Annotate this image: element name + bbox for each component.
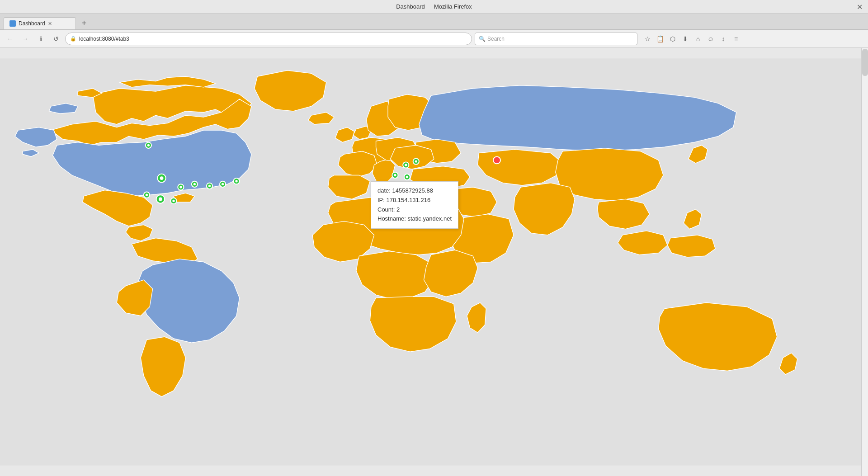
tooltip-date-label: date:	[377, 187, 391, 194]
lock-icon: 🔒	[70, 36, 76, 42]
address-bar[interactable]: 🔒 localhost:8080/#tab3	[65, 33, 472, 45]
svg-point-5	[222, 183, 224, 185]
tooltip-ip-row: IP: 178.154.131.216	[377, 196, 452, 205]
map-tooltip: date: 1455872925.88 IP: 178.154.131.216 …	[371, 181, 458, 229]
svg-point-6	[235, 180, 237, 182]
browser-tab[interactable]: Dashboard ✕	[4, 17, 76, 29]
browser-title: Dashboard — Mozilla Firefox	[396, 3, 472, 10]
info-button[interactable]: ℹ	[34, 33, 47, 45]
tab-label: Dashboard	[19, 20, 45, 27]
svg-point-10	[147, 144, 150, 146]
tab-close-button[interactable]: ✕	[48, 21, 52, 27]
tooltip-hostname-row: Hostname: static.yandex.net	[377, 214, 452, 224]
bookmark-icon[interactable]: 📋	[655, 33, 665, 44]
forward-button[interactable]: →	[19, 33, 32, 45]
tooltip-date-row: date: 1455872925.88	[377, 186, 452, 196]
home-icon[interactable]: ⌂	[693, 33, 703, 44]
toolbar-icons: ☆ 📋 ⬡ ⬇ ⌂ ☺ ↕ ≡	[642, 33, 741, 44]
download-icon[interactable]: ⬇	[680, 33, 691, 44]
svg-point-1	[160, 176, 164, 180]
back-button[interactable]: ←	[4, 33, 16, 45]
world-map	[0, 48, 868, 476]
search-placeholder: Search	[487, 36, 505, 42]
svg-point-4	[208, 185, 211, 187]
tab-bar: Dashboard ✕ +	[0, 14, 868, 30]
title-bar: Dashboard — Mozilla Firefox ✕	[0, 0, 868, 14]
menu-icon[interactable]: ≡	[731, 33, 741, 44]
svg-point-2	[179, 186, 182, 188]
tooltip-count-row: Count: 2	[377, 205, 452, 215]
svg-point-14	[406, 176, 408, 178]
star-icon[interactable]: ☆	[642, 33, 653, 44]
nav-bar: ← → ℹ ↺ 🔒 localhost:8080/#tab3 🔍 Search …	[0, 30, 868, 48]
svg-point-11	[405, 164, 407, 166]
svg-point-3	[193, 183, 196, 185]
tooltip-hostname-label: Hostname:	[377, 215, 406, 222]
scrollbar[interactable]	[861, 48, 868, 476]
map-container: date: 1455872925.88 IP: 178.154.131.216 …	[0, 48, 868, 476]
search-bar[interactable]: 🔍 Search	[475, 33, 637, 45]
tooltip-count-label: Count:	[377, 206, 395, 213]
window-close-button[interactable]: ✕	[857, 2, 863, 11]
reload-button[interactable]: ↺	[50, 33, 62, 45]
svg-point-12	[415, 160, 417, 162]
svg-point-7	[146, 194, 148, 196]
svg-point-8	[159, 197, 162, 201]
address-text: localhost:8080/#tab3	[79, 36, 129, 42]
tooltip-hostname-value: static.yandex.net	[408, 215, 452, 222]
tab-favicon	[9, 20, 16, 27]
scrollbar-thumb[interactable]	[862, 49, 868, 76]
new-tab-button[interactable]: +	[78, 17, 90, 29]
pocket-icon[interactable]: ⬡	[667, 33, 678, 44]
tooltip-ip-label: IP:	[377, 197, 385, 203]
svg-point-9	[172, 200, 175, 202]
sync-icon[interactable]: ↕	[718, 33, 729, 44]
tooltip-count-value: 2	[396, 206, 400, 213]
tooltip-date-value: 1455872925.88	[392, 187, 433, 194]
hovered-dot[interactable]	[493, 156, 500, 164]
search-icon: 🔍	[479, 36, 486, 42]
smiley-icon[interactable]: ☺	[705, 33, 716, 44]
tooltip-ip-value: 178.154.131.216	[387, 197, 431, 203]
svg-point-13	[394, 174, 396, 176]
browser-window: Dashboard — Mozilla Firefox ✕ Dashboard …	[0, 0, 868, 476]
